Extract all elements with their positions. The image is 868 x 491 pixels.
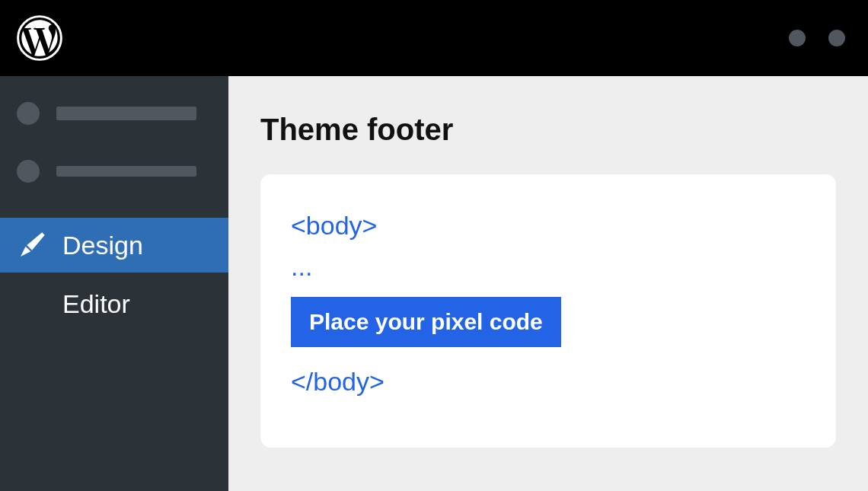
placeholder-bar xyxy=(56,166,196,177)
pixel-code-placeholder[interactable]: Place your pixel code xyxy=(291,297,561,347)
main-content: Theme footer <body> ... Place your pixel… xyxy=(228,76,868,491)
topbar-action-1[interactable] xyxy=(789,30,806,46)
topbar-right-actions xyxy=(789,30,845,46)
placeholder-circle-icon xyxy=(17,160,40,183)
sidebar-item-design[interactable]: Design xyxy=(0,218,228,273)
sidebar-placeholder-row-1[interactable] xyxy=(0,102,228,125)
placeholder-bar xyxy=(56,107,196,120)
code-line-open-body: <body> xyxy=(291,205,806,246)
top-bar xyxy=(0,0,868,76)
sidebar-item-label: Design xyxy=(62,231,143,260)
code-editor-card[interactable]: <body> ... Place your pixel code </body> xyxy=(260,174,836,448)
sidebar-placeholder-row-2[interactable] xyxy=(0,160,228,183)
code-line-close-body: </body> xyxy=(291,361,806,402)
sidebar-item-label: Editor xyxy=(62,289,130,319)
placeholder-circle-icon xyxy=(17,102,40,125)
page-title: Theme footer xyxy=(260,113,836,147)
sidebar: Design Editor xyxy=(0,76,228,491)
topbar-action-2[interactable] xyxy=(828,30,845,46)
sidebar-item-editor[interactable]: Editor xyxy=(0,273,228,335)
wordpress-logo-icon[interactable] xyxy=(17,15,62,61)
paintbrush-icon xyxy=(17,230,47,260)
code-line-ellipsis: ... xyxy=(291,246,806,287)
